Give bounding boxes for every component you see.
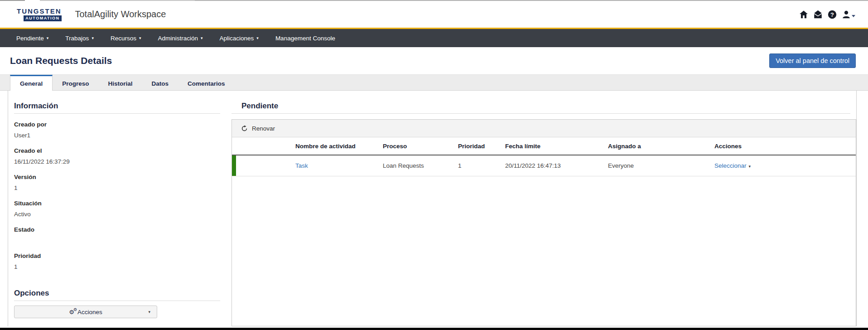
header-icons: ?: [799, 10, 855, 19]
nav-item-pendiente[interactable]: Pendiente ▾: [16, 35, 48, 42]
chevron-down-icon: ▾: [92, 36, 94, 40]
process-cell: Loan Requests: [383, 155, 458, 176]
grid-toolbar: Renovar: [232, 120, 856, 137]
main-navbar: Pendiente ▾ Trabajos ▾ Recursos ▾ Admini…: [0, 28, 868, 47]
field-prioridad: Prioridad 1: [14, 252, 231, 272]
activity-link[interactable]: Task: [295, 162, 308, 169]
user-menu[interactable]: [841, 10, 855, 19]
page-head: Loan Requests Details Volver al panel de…: [0, 47, 868, 74]
chevron-down-icon: ▾: [139, 36, 141, 40]
chevron-down-icon: ▾: [47, 36, 49, 40]
divider: [14, 113, 220, 114]
tungsten-logo: TUNGSTEN AUTOMATION: [17, 8, 62, 21]
chevron-down-icon: ▾: [148, 310, 150, 314]
information-panel: Información Creado por User1 Creado el 1…: [8, 91, 231, 326]
tab-datos[interactable]: Datos: [142, 75, 178, 91]
nav-item-aplicaciones[interactable]: Aplicaciones ▾: [220, 35, 259, 42]
options-heading: Opciones: [14, 289, 231, 298]
tab-strip: General Progreso Historial Datos Comenta…: [0, 74, 868, 91]
chevron-down-icon: ▾: [201, 36, 203, 40]
question-glyph: ?: [830, 11, 834, 18]
chevron-down-icon: ▾: [749, 164, 751, 169]
page-title: Loan Requests Details: [10, 55, 112, 66]
row-indicator-cell: [232, 155, 295, 176]
field-version: Versión 1: [14, 173, 231, 193]
tab-content: Información Creado por User1 Creado el 1…: [8, 91, 857, 326]
column-priority: Prioridad: [458, 137, 505, 155]
app-header: TUNGSTEN AUTOMATION TotalAgility Workspa…: [0, 1, 868, 28]
divider: [14, 301, 220, 301]
pending-grid: Renovar Nombre de actividad Proceso Prio…: [231, 119, 856, 326]
table-header-row: Nombre de actividad Proceso Prioridad Fe…: [232, 137, 856, 155]
chevron-down-icon: ▾: [256, 36, 259, 40]
help-icon[interactable]: ?: [827, 10, 837, 19]
refresh-icon[interactable]: [241, 125, 248, 132]
table-row[interactable]: Task Loan Requests 1 20/11/2022 16:47:13…: [232, 155, 856, 176]
seleccionar-dropdown[interactable]: Seleccionar▾: [714, 162, 751, 169]
column-process: Proceso: [383, 137, 458, 155]
tab-progreso[interactable]: Progreso: [53, 75, 98, 91]
app-title: TotalAgility Workspace: [75, 9, 166, 19]
column-indicator: [232, 137, 295, 155]
field-situacion: Situación Activo: [14, 199, 231, 219]
home-icon[interactable]: [799, 10, 809, 19]
window-bottom-edge: [0, 328, 868, 330]
tab-historial[interactable]: Historial: [99, 75, 142, 91]
priority-cell: 1: [458, 155, 505, 176]
column-due-date: Fecha límite: [505, 137, 608, 155]
nav-item-trabajos[interactable]: Trabajos ▾: [65, 35, 94, 42]
actions-button-label: Acciones: [77, 309, 102, 315]
nav-item-administracion[interactable]: Administración ▾: [158, 35, 203, 42]
pending-heading: Pendiente: [241, 102, 856, 111]
options-section: Opciones ⚙⚙ Acciones ▾: [14, 289, 231, 318]
chevron-down-icon: [852, 15, 855, 17]
column-activity-name: Nombre de actividad: [295, 137, 383, 155]
back-to-dashboard-button[interactable]: Volver al panel de control: [769, 53, 856, 68]
field-creado-el: Creado el 16/11/2022 16:37:29: [14, 146, 231, 166]
refresh-button[interactable]: Renovar: [252, 125, 275, 132]
status-indicator-green: [232, 155, 236, 176]
tab-comentarios[interactable]: Comentarios: [178, 75, 235, 91]
pending-panel: Pendiente Renovar Nombre de actividad: [231, 91, 856, 326]
logo-text-top: TUNGSTEN: [17, 8, 62, 15]
mail-icon[interactable]: [813, 10, 823, 19]
nav-item-recursos[interactable]: Recursos ▾: [111, 35, 141, 42]
due-date-cell: 20/11/2022 16:47:13: [505, 155, 608, 176]
logo-text-bottom: AUTOMATION: [24, 15, 61, 21]
actions-dropdown-button[interactable]: ⚙⚙ Acciones ▾: [14, 306, 157, 318]
nav-item-management-console[interactable]: Management Console: [275, 35, 338, 42]
pending-table: Nombre de actividad Proceso Prioridad Fe…: [232, 137, 856, 176]
user-icon: [841, 10, 851, 19]
divider: [231, 113, 850, 114]
gear-icon: ⚙: [73, 307, 77, 312]
field-creado-por: Creado por User1: [14, 120, 231, 140]
field-estado: Estado: [14, 225, 231, 245]
column-assigned-to: Asignado a: [608, 137, 714, 155]
column-actions: Acciones: [714, 137, 856, 155]
tab-general[interactable]: General: [10, 75, 53, 91]
information-heading: Información: [14, 102, 231, 111]
assigned-to-cell: Everyone: [608, 155, 714, 176]
